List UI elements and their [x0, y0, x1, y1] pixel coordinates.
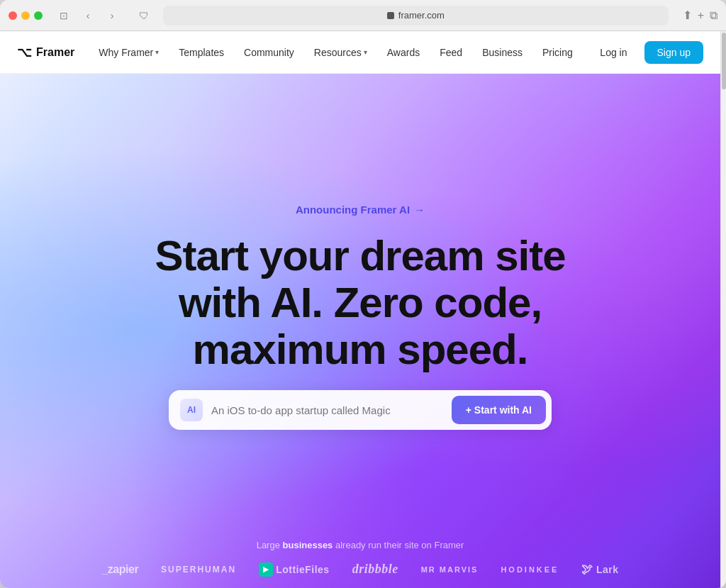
- why-framer-label: Why Framer: [99, 47, 153, 58]
- chevron-down-icon: ▾: [155, 48, 159, 56]
- hero-content: Announcing Framer AI → Start your dream …: [112, 204, 608, 430]
- nav-links: Why Framer ▾ Templates Community Resourc…: [89, 41, 588, 64]
- pricing-label: Pricing: [542, 47, 573, 58]
- start-ai-button[interactable]: + Start with AI: [452, 396, 546, 424]
- browser-actions: ⬆ + ⧉: [683, 9, 717, 22]
- nav-why-framer[interactable]: Why Framer ▾: [89, 41, 169, 64]
- shield-icon: 🛡: [139, 10, 149, 21]
- hero-section: Announcing Framer AI → Start your dream …: [0, 74, 720, 588]
- close-button[interactable]: [9, 11, 17, 20]
- browser-window: ⊡ ‹ › 🛡 framer.com ⬆ + ⧉ ⌥ Framer: [0, 0, 726, 588]
- brands-section: Large businesses already run their site …: [0, 528, 720, 588]
- lark-icon: 🕊: [581, 563, 593, 576]
- resources-label: Resources: [314, 47, 362, 58]
- nav-resources[interactable]: Resources ▾: [304, 41, 377, 64]
- forward-button[interactable]: ›: [102, 6, 122, 26]
- signup-button[interactable]: Sign up: [644, 41, 703, 64]
- business-label: Business: [482, 47, 523, 58]
- brand-hodinkee: HODINKEE: [501, 565, 559, 574]
- announcement-link[interactable]: Announcing Framer AI →: [296, 204, 425, 216]
- browser-content: ⌥ Framer Why Framer ▾ Templates Communit…: [0, 31, 726, 588]
- lark-label: Lark: [596, 564, 619, 575]
- ai-logo-icon: AI: [180, 399, 203, 421]
- ai-prompt-input[interactable]: [211, 404, 443, 416]
- lottiefiles-icon: ▶: [259, 562, 273, 577]
- ai-input-container: AI + Start with AI: [169, 390, 552, 430]
- brands-list: _zapier SUPERHUMAN ▶ LottieFiles dribbbl…: [28, 562, 692, 577]
- brand-lottiefiles: ▶ LottieFiles: [259, 562, 330, 577]
- nav-awards[interactable]: Awards: [377, 41, 430, 64]
- templates-label: Templates: [179, 47, 224, 58]
- nav-feed[interactable]: Feed: [430, 41, 472, 64]
- new-tab-icon[interactable]: +: [698, 9, 704, 22]
- page-area: ⌥ Framer Why Framer ▾ Templates Communit…: [0, 31, 720, 588]
- framer-logo-icon: ⌥: [17, 45, 32, 60]
- windows-icon[interactable]: ⧉: [710, 9, 717, 22]
- logo-link[interactable]: ⌥ Framer: [17, 45, 74, 60]
- address-bar[interactable]: framer.com: [163, 6, 669, 26]
- announcement-text: Announcing Framer AI: [296, 204, 410, 216]
- community-label: Community: [244, 47, 294, 58]
- share-icon[interactable]: ⬆: [683, 9, 692, 22]
- brands-label-prefix: Large: [257, 540, 283, 550]
- brand-mrmarvis: MR MARVIS: [421, 565, 479, 574]
- browser-titlebar: ⊡ ‹ › 🛡 framer.com ⬆ + ⧉: [0, 0, 726, 31]
- url-text: framer.com: [398, 10, 445, 21]
- favicon-icon: [387, 12, 394, 19]
- brand-dribbble: dribbble: [352, 562, 398, 577]
- nav-actions: Log in Sign up: [588, 41, 703, 64]
- brands-label-bold: businesses: [283, 540, 333, 550]
- hero-title: Start your dream site with AI. Zero code…: [112, 233, 608, 373]
- brands-label: Large businesses already run their site …: [28, 540, 692, 550]
- lottiefiles-label: LottieFiles: [276, 564, 330, 575]
- feed-label: Feed: [440, 47, 462, 58]
- browser-nav: ⊡ ‹ ›: [54, 6, 122, 26]
- maximize-button[interactable]: [34, 11, 43, 20]
- sidebar-toggle-button[interactable]: ⊡: [54, 6, 74, 26]
- logo-text: Framer: [36, 46, 74, 59]
- brand-zapier: _zapier: [101, 563, 138, 576]
- brands-label-suffix: already run their site on Framer: [333, 540, 464, 550]
- brand-superhuman: SUPERHUMAN: [161, 565, 236, 575]
- brand-lark: 🕊 Lark: [581, 563, 618, 576]
- scrollbar[interactable]: [720, 31, 726, 588]
- nav-business[interactable]: Business: [472, 41, 532, 64]
- announcement-arrow-icon: →: [414, 204, 425, 216]
- minimize-button[interactable]: [21, 11, 30, 20]
- nav-templates[interactable]: Templates: [169, 41, 234, 64]
- navbar: ⌥ Framer Why Framer ▾ Templates Communit…: [0, 31, 720, 74]
- nav-pricing[interactable]: Pricing: [532, 41, 583, 64]
- scrollbar-thumb[interactable]: [722, 33, 726, 89]
- nav-community[interactable]: Community: [234, 41, 304, 64]
- chevron-down-icon-2: ▾: [364, 48, 367, 56]
- login-button[interactable]: Log in: [588, 41, 638, 64]
- awards-label: Awards: [387, 47, 420, 58]
- traffic-lights: [9, 11, 43, 20]
- back-button[interactable]: ‹: [78, 6, 98, 26]
